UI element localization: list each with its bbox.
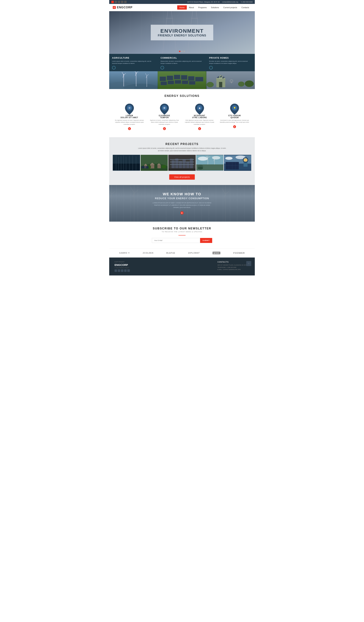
header: E ENGCORP Home About Programs Solutions …: [109, 4, 255, 11]
social-icon-1[interactable]: [111, 1, 114, 3]
svg-rect-86: [183, 160, 186, 169]
solutions-grid: ⚙ LOREMDOLOR SIT AMET Sio dignissim aene…: [113, 102, 251, 132]
partners-section: GABRO ✦ ZCOLDEN RAPID DIPLOMAT green FOO…: [109, 248, 255, 257]
footer-copyright-label: COPYRIGHT: [114, 261, 130, 263]
service-arrow-commercial[interactable]: →: [161, 66, 164, 70]
solution-name-4: ETO HARUMQUIDEM: [220, 115, 250, 118]
partner-logo-1: GABRO ✦: [119, 252, 130, 254]
solution-item-2: ✿ EJUSMODETEMPOR Egetmore sit amet, cons…: [148, 102, 181, 132]
svg-rect-42: [219, 82, 222, 87]
solution-more-3[interactable]: ▶: [198, 127, 201, 130]
social-icon-5[interactable]: [124, 1, 127, 3]
svg-rect-37: [182, 80, 188, 84]
newsletter-form: SUBMIT: [152, 238, 212, 243]
newsletter-section: SUBSCRIBE TO OUR NEWSLETTER TO RECEIVE T…: [109, 222, 255, 248]
footer-social-3[interactable]: [121, 270, 123, 272]
logo[interactable]: E ENGCORP: [113, 6, 132, 9]
svg-rect-77: [157, 165, 161, 169]
service-card-top-commercial: COMMERCIAL Massa dolor sit amet, consect…: [158, 54, 206, 71]
solution-more-2[interactable]: ▶: [163, 127, 166, 130]
project-svg-1: [113, 155, 140, 171]
hero-dots: [179, 51, 185, 52]
solution-more-1[interactable]: ▶: [128, 127, 131, 130]
services-grid: AGRICULTURE Lorem ipsum dolor sit amet, …: [109, 54, 255, 89]
footer-social-4[interactable]: [124, 270, 127, 272]
social-icon-3[interactable]: [118, 1, 120, 3]
svg-rect-87: [186, 162, 189, 169]
footer-social-1[interactable]: [114, 270, 117, 272]
footer-left: COPYRIGHT ENGCORP © 2015 PRIVACY POLICY: [114, 261, 130, 272]
nav-contacts[interactable]: Contacts: [239, 5, 251, 10]
partner-logo-5: green: [213, 252, 220, 254]
scroll-to-top-button[interactable]: ↑: [246, 261, 251, 266]
footer-contacts-title: CONTACTS: [218, 261, 250, 263]
svg-text:◉: ◉: [199, 107, 200, 109]
social-icon-2[interactable]: [114, 1, 117, 3]
project-svg-3: [168, 155, 196, 171]
project-img-5[interactable]: [224, 155, 251, 171]
services-section: AGRICULTURE Lorem ipsum dolor sit amet, …: [109, 54, 255, 89]
newsletter-subtitle: TO RECEIVE THE LATEST NEWS & UPDATES: [113, 231, 251, 233]
nav-solutions[interactable]: Solutions: [209, 5, 221, 10]
service-img-commercial: [158, 71, 206, 89]
svg-rect-36: [175, 80, 181, 84]
footer-social-5[interactable]: [127, 270, 130, 272]
project-img-1[interactable]: [113, 155, 140, 171]
service-title-homes: PRIVATE HOMES: [209, 57, 252, 59]
hero-content: ENVIRONMENT FRIENDLY ENERGY SOLUTIONS: [151, 25, 213, 40]
top-address: 6670 St Vincent Place, Glasgow, DC 45 Fr…: [187, 1, 220, 3]
top-email: contact@demosite.org: [222, 1, 238, 3]
footer-telephone: TELEPHONE: +1 880 603 6035: [218, 266, 250, 269]
service-img-homes: [206, 71, 255, 89]
svg-rect-81: [145, 166, 149, 169]
top-bar: 6670 St Vincent Place, Glasgow, DC 45 Fr…: [109, 0, 255, 4]
nav-home[interactable]: Home: [177, 5, 187, 10]
social-icon-4[interactable]: [121, 1, 123, 3]
pin-svg-1: ⚙: [125, 104, 134, 115]
svg-text:⚙: ⚙: [128, 106, 130, 109]
know-how-title-2: REDUCE YOUR ENERGY CONSUMPTION: [113, 197, 251, 200]
svg-rect-85: [179, 161, 182, 169]
newsletter-divider: [179, 235, 185, 235]
view-all-projects-button[interactable]: View all projects: [169, 174, 195, 180]
service-arrow-agriculture[interactable]: →: [112, 66, 116, 70]
svg-rect-92: [168, 168, 196, 170]
nav-programs[interactable]: Programs: [196, 5, 209, 10]
solution-item-1: ⚙ LOREMDOLOR SIT AMET Sio dignissim aene…: [113, 102, 146, 132]
solution-pin-3: ◉: [195, 104, 204, 115]
service-arrow-homes[interactable]: →: [209, 66, 213, 70]
hero-dot-2[interactable]: [181, 51, 183, 52]
project-img-2[interactable]: [141, 155, 168, 171]
footer-social-2[interactable]: [118, 270, 120, 272]
logo-text: ENGCORP: [117, 6, 132, 9]
solution-pin-1: ⚙: [125, 104, 134, 115]
svg-rect-35: [168, 81, 174, 84]
solution-more-4[interactable]: ▶: [233, 125, 236, 128]
svg-line-124: [110, 194, 111, 198]
svg-rect-88: [190, 159, 193, 169]
svg-line-122: [109, 189, 111, 194]
service-card-agriculture: AGRICULTURE Lorem ipsum dolor sit amet, …: [109, 54, 158, 89]
footer-address: 9670 St Vincent Place, Glasgow, DC 45 Fr…: [218, 264, 250, 266]
newsletter-submit-button[interactable]: SUBMIT: [200, 238, 212, 243]
project-img-4[interactable]: [196, 155, 223, 171]
svg-line-136: [251, 193, 253, 197]
solution-item-4: 💡 ETO HARUMQUIDEM Acominant in aute veli…: [218, 102, 252, 132]
footer: COPYRIGHT ENGCORP © 2015 PRIVACY POLICY …: [109, 257, 255, 275]
project-img-3[interactable]: [168, 155, 196, 171]
hero-dot-3[interactable]: [183, 51, 185, 52]
solution-pin-4: 💡: [230, 104, 239, 115]
top-phone: +1 800 559 6580: [241, 1, 253, 3]
nav-about[interactable]: About: [187, 5, 196, 10]
service-img-agriculture: [109, 71, 158, 89]
service-card-top-homes: PRIVATE HOMES Ed dolor sit amet, consect…: [206, 54, 255, 71]
know-how-more-button[interactable]: ▶: [181, 211, 183, 214]
newsletter-email-input[interactable]: [152, 238, 200, 243]
know-how-content: WE KNOW HOW TO REDUCE YOUR ENERGY CONSUM…: [113, 192, 251, 214]
partner-logo-4: DIPLOMAT: [188, 252, 200, 254]
main-nav: Home About Programs Solutions Current pr…: [177, 5, 251, 10]
nav-current-projects[interactable]: Current projects: [221, 5, 239, 10]
hero-dot-1[interactable]: [179, 51, 181, 52]
footer-logo: ENGCORP: [114, 263, 130, 266]
pin-svg-4: 💡: [230, 104, 239, 115]
